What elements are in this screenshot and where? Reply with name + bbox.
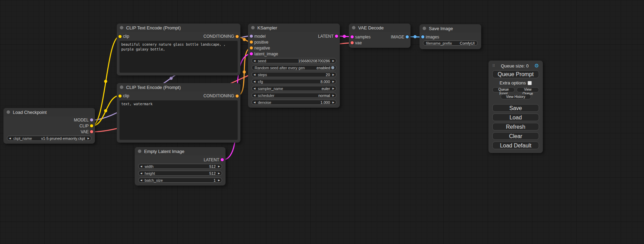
seed-widget[interactable]: ◀ seed 156680208700286 ▶ [252, 58, 336, 63]
node-empty-latent-image[interactable]: Empty Latent Image LATENT ◀ width 512 ▶ … [135, 147, 226, 186]
images-input-port[interactable] [421, 35, 424, 38]
increment-arrow-icon[interactable]: ▶ [333, 73, 334, 76]
ckpt-name-widget[interactable]: ◀ ckpt_name v1-5-pruned-emaonly.ckpt ▶ [7, 136, 91, 141]
node-header[interactable]: Save Image [420, 24, 481, 33]
slot-label: model [254, 34, 266, 39]
collapse-dot-icon[interactable] [251, 26, 255, 29]
decrement-arrow-icon[interactable]: ◀ [254, 94, 255, 97]
increment-arrow-icon[interactable]: ▶ [333, 87, 334, 90]
node-clip-text-encode-negative[interactable]: CLIP Text Encode (Prompt) clip CONDITION… [117, 83, 240, 143]
node-header[interactable]: CLIP Text Encode (Prompt) [117, 83, 240, 91]
increment-arrow-icon[interactable]: ▶ [218, 179, 220, 181]
model-input-port[interactable] [250, 35, 253, 38]
negative-prompt-textarea[interactable]: text, watermark [120, 100, 238, 140]
load-default-button[interactable]: Load Default [492, 142, 539, 149]
vae-input-port[interactable] [351, 41, 354, 44]
widget-label: seed [258, 59, 266, 63]
model-output-port[interactable] [90, 118, 93, 121]
collapse-dot-icon[interactable] [120, 85, 123, 89]
cfg-widget[interactable]: ◀ cfg 8.000 ▶ [252, 79, 336, 84]
vae-output-port[interactable] [90, 130, 93, 133]
height-widget[interactable]: ◀ height 512 ▶ [138, 171, 222, 176]
widget-value: v1-5-pruned-emaonly.ckpt [41, 136, 85, 141]
slot-label: negative [254, 46, 270, 51]
decrement-arrow-icon[interactable]: ◀ [254, 101, 255, 103]
width-widget[interactable]: ◀ width 512 ▶ [138, 164, 222, 169]
random-seed-toggle-widget[interactable]: Random seed after every gen enabled [252, 65, 336, 70]
collapse-dot-icon[interactable] [423, 27, 426, 30]
node-header[interactable]: Empty Latent Image [135, 147, 226, 155]
load-button[interactable]: Load [492, 114, 539, 121]
node-save-image[interactable]: Save Image images filename_prefix ComfyU… [420, 24, 481, 49]
slot-row: negative [248, 45, 340, 51]
increment-arrow-icon[interactable]: ▶ [218, 172, 220, 174]
widget-label: ckpt_name [13, 136, 32, 141]
node-header[interactable]: KSampler [248, 24, 340, 32]
latent-image-input-port[interactable] [250, 52, 253, 55]
widget-value: 512 [209, 164, 215, 169]
menu-header: ⠿ Queue size: 0 ⚙ [492, 62, 539, 69]
view-history-button[interactable]: View History [501, 94, 531, 99]
latent-output-port[interactable] [335, 35, 338, 38]
increment-arrow-icon[interactable]: ▶ [218, 165, 220, 168]
output-slot-model: MODEL [3, 117, 95, 123]
filename-prefix-widget[interactable]: filename_prefix ComfyUI [423, 40, 478, 46]
extra-options-checkbox[interactable] [528, 81, 532, 85]
node-header[interactable]: CLIP Text Encode (Prompt) [117, 24, 240, 32]
widget-value: enabled [317, 66, 330, 70]
denoise-widget[interactable]: ◀ denoise 1.000 ▶ [252, 100, 336, 105]
node-header[interactable]: VAE Decode [349, 24, 411, 32]
widget-value: 156680208700286 [298, 59, 330, 63]
refresh-button[interactable]: Refresh [492, 123, 539, 130]
node-vae-decode[interactable]: VAE Decode samples IMAGE vae [349, 24, 411, 48]
view-queue-button[interactable]: View Queue [517, 87, 539, 92]
positive-input-port[interactable] [250, 40, 253, 44]
queue-size-label: Queue size: 0 [495, 63, 534, 69]
decrement-arrow-icon[interactable]: ◀ [254, 87, 255, 90]
node-clip-text-encode-positive[interactable]: CLIP Text Encode (Prompt) clip CONDITION… [117, 24, 240, 75]
queue-prompt-button[interactable]: Queue Prompt [492, 70, 539, 78]
scheduler-widget[interactable]: ◀ scheduler normal ▶ [252, 93, 336, 98]
drag-handle-icon[interactable]: ⠿ [492, 64, 495, 68]
increment-arrow-icon[interactable]: ▶ [333, 80, 334, 83]
clip-output-port[interactable] [90, 124, 93, 127]
collapse-dot-icon[interactable] [120, 26, 123, 29]
save-button[interactable]: Save [492, 104, 539, 112]
node-load-checkpoint[interactable]: Load Checkpoint MODEL CLIP VAE ◀ ckpt_na… [3, 108, 95, 144]
decrement-arrow-icon[interactable]: ◀ [254, 60, 255, 62]
collapse-dot-icon[interactable] [352, 26, 355, 29]
slot-label: samples [355, 35, 371, 39]
decrement-arrow-icon[interactable]: ◀ [254, 73, 255, 76]
batch-size-widget[interactable]: ◀ batch_size 1 ▶ [138, 178, 222, 183]
queue-front-button[interactable]: Queue Front [492, 87, 515, 92]
steps-widget[interactable]: ◀ steps 20 ▶ [252, 72, 336, 77]
decrement-arrow-icon[interactable]: ◀ [9, 137, 11, 139]
clear-button[interactable]: Clear [492, 132, 539, 140]
sampler-name-widget[interactable]: ◀ sampler_name euler ▶ [252, 86, 336, 91]
positive-prompt-textarea[interactable]: beautiful scenery nature glass bottle la… [120, 41, 238, 73]
node-ksampler[interactable]: KSampler model LATENT positive negative … [248, 24, 340, 108]
increment-arrow-icon[interactable]: ▶ [88, 137, 89, 139]
conditioning-output-port[interactable] [236, 35, 239, 38]
slot-label: CONDITIONING [203, 93, 234, 98]
increment-arrow-icon[interactable]: ▶ [333, 60, 334, 62]
link-dot-model [170, 77, 173, 80]
conditioning-output-port[interactable] [236, 94, 239, 98]
collapse-dot-icon[interactable] [138, 150, 141, 153]
decrement-arrow-icon[interactable]: ◀ [140, 172, 142, 174]
samples-input-port[interactable] [351, 35, 354, 38]
decrement-arrow-icon[interactable]: ◀ [140, 179, 142, 181]
increment-arrow-icon[interactable]: ▶ [333, 94, 334, 97]
increment-arrow-icon[interactable]: ▶ [333, 101, 334, 103]
negative-input-port[interactable] [250, 46, 253, 49]
decrement-arrow-icon[interactable]: ◀ [254, 80, 255, 83]
image-output-port[interactable] [406, 35, 409, 38]
node-canvas[interactable]: Load Checkpoint MODEL CLIP VAE ◀ ckpt_na… [0, 0, 644, 244]
settings-gear-icon[interactable]: ⚙ [535, 63, 539, 69]
clip-input-port[interactable] [118, 35, 122, 38]
node-header[interactable]: Load Checkpoint [3, 108, 95, 116]
latent-output-port[interactable] [221, 158, 224, 161]
clip-input-port[interactable] [118, 94, 122, 98]
collapse-dot-icon[interactable] [7, 110, 10, 114]
decrement-arrow-icon[interactable]: ◀ [140, 165, 142, 168]
